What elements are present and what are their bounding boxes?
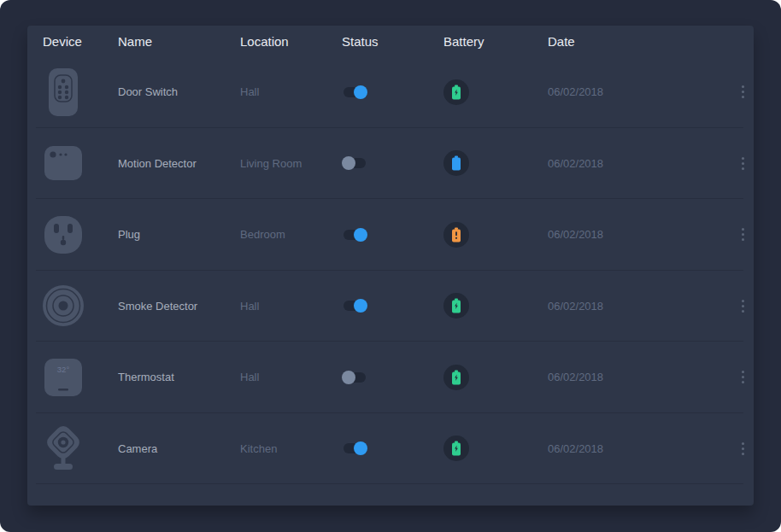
device-location: Living Room [240, 157, 342, 170]
kebab-menu-button[interactable] [738, 367, 748, 387]
status-toggle[interactable] [344, 372, 366, 383]
battery-charging-icon [451, 85, 461, 100]
column-header-battery: Battery [443, 34, 548, 49]
battery-cell [443, 293, 548, 319]
status-cell [342, 301, 443, 311]
column-header-location: Location [240, 34, 342, 49]
battery-charging-icon [451, 370, 461, 385]
camera-icon [43, 424, 84, 473]
status-toggle[interactable] [344, 301, 366, 311]
toggle-knob [354, 228, 367, 242]
device-icon-cell [43, 424, 118, 473]
column-header-status: Status [342, 34, 443, 49]
kebab-menu-button[interactable] [738, 82, 748, 102]
device-name: Motion Detector [118, 157, 240, 170]
toggle-knob [354, 85, 367, 99]
column-header-date: Date [548, 34, 731, 49]
device-name: Camera [118, 442, 240, 455]
device-date: 06/02/2018 [548, 157, 731, 170]
device-name: Thermostat [118, 371, 240, 383]
column-header-name: Name [118, 34, 240, 49]
status-toggle[interactable] [344, 87, 366, 97]
battery-charging-icon [451, 441, 461, 456]
menu-cell [731, 154, 754, 173]
remote-icon [43, 67, 84, 117]
device-icon-cell [43, 138, 118, 188]
status-toggle[interactable] [344, 158, 366, 168]
battery-badge [443, 365, 469, 390]
motion-detector-icon [43, 138, 84, 188]
kebab-menu-button[interactable] [738, 154, 748, 173]
menu-cell [731, 367, 754, 387]
device-location: Hall [240, 371, 342, 383]
status-cell [342, 158, 443, 168]
device-name: Smoke Detector [118, 300, 240, 313]
app-window: Device Name Location Status Battery Date… [0, 0, 781, 532]
battery-cell [443, 79, 548, 105]
device-date: 06/02/2018 [548, 228, 731, 241]
battery-low-icon [451, 227, 461, 243]
device-date: 06/02/2018 [548, 300, 731, 313]
status-toggle[interactable] [344, 443, 366, 453]
kebab-menu-button[interactable] [738, 296, 748, 316]
plug-icon [43, 210, 84, 260]
status-cell [342, 230, 443, 240]
battery-cell [443, 222, 548, 248]
kebab-menu-button[interactable] [738, 225, 748, 244]
menu-cell [731, 225, 754, 244]
toggle-knob [342, 156, 355, 170]
kebab-menu-button[interactable] [738, 439, 748, 459]
device-location: Kitchen [240, 442, 342, 455]
smoke-detector-icon [43, 281, 84, 330]
table-row: Motion Detector Living Room 06/02/2018 [27, 128, 754, 200]
battery-badge [443, 79, 469, 105]
device-date: 06/02/2018 [548, 442, 731, 455]
device-location: Hall [240, 85, 342, 98]
device-location: Bedroom [240, 228, 342, 241]
table-row: Camera Kitchen 06/02/2018 [27, 413, 754, 485]
status-cell [342, 87, 443, 97]
menu-cell [731, 296, 754, 316]
battery-cell [443, 365, 548, 390]
device-icon-cell: 32° [43, 353, 118, 402]
battery-cell [443, 436, 548, 461]
battery-full-icon [451, 155, 461, 171]
device-table-card: Device Name Location Status Battery Date… [27, 26, 754, 506]
status-cell [342, 372, 443, 383]
status-toggle[interactable] [344, 230, 366, 240]
thermostat-icon: 32° [43, 353, 84, 402]
table-header-row: Device Name Location Status Battery Date [27, 26, 754, 56]
battery-badge [443, 222, 469, 248]
device-name: Plug [118, 228, 240, 241]
toggle-knob [342, 371, 355, 384]
device-location: Hall [240, 300, 342, 313]
table-row: Smoke Detector Hall 06/02/2018 [27, 271, 754, 342]
battery-badge [443, 436, 469, 461]
battery-charging-icon [451, 298, 461, 313]
device-date: 06/02/2018 [548, 371, 731, 383]
device-icon-cell [43, 67, 118, 117]
table-row: Door Switch Hall 06/02/2018 [27, 56, 754, 128]
device-icon-cell [43, 210, 118, 260]
device-icon-cell [43, 281, 118, 330]
thermostat-temperature-label: 32° [57, 365, 70, 374]
toggle-knob [354, 299, 367, 313]
toggle-knob [354, 441, 367, 455]
menu-cell [731, 439, 754, 459]
battery-badge [443, 293, 469, 319]
table-row: Plug Bedroom 06/02/2018 [27, 199, 754, 271]
device-date: 06/02/2018 [548, 85, 731, 98]
battery-badge [443, 150, 469, 176]
device-name: Door Switch [118, 85, 240, 98]
battery-cell [443, 150, 548, 176]
menu-cell [731, 82, 754, 102]
table-row: 32° Thermostat Hall 06/02/2018 [27, 342, 754, 413]
status-cell [342, 443, 443, 453]
column-header-device: Device [43, 34, 118, 49]
